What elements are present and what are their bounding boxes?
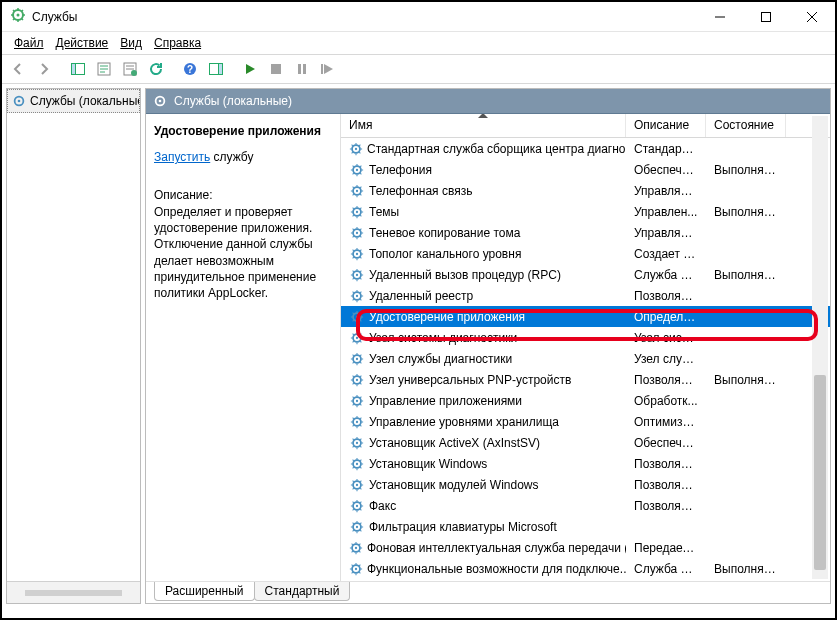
table-row[interactable]: Удаленный реестрПозволяет...	[341, 285, 830, 306]
service-icon	[349, 477, 365, 493]
close-button[interactable]	[789, 2, 835, 32]
pause-service-icon[interactable]	[290, 57, 314, 81]
menu-action[interactable]: Действие	[50, 34, 115, 52]
table-row[interactable]: Функциональные возможности для подключе.…	[341, 558, 830, 579]
svg-point-23	[356, 168, 358, 170]
table-row[interactable]: Узел универсальных PNP-устройствПозволяе…	[341, 369, 830, 390]
svg-point-29	[356, 231, 358, 233]
service-desc: Узел систе...	[626, 331, 706, 345]
maximize-button[interactable]	[743, 2, 789, 32]
service-icon	[349, 204, 365, 220]
svg-point-37	[356, 315, 358, 317]
svg-point-31	[356, 252, 358, 254]
properties-icon[interactable]	[92, 57, 116, 81]
svg-point-49	[356, 441, 358, 443]
service-desc: Обеспечи...	[626, 436, 706, 450]
svg-point-53	[356, 483, 358, 485]
table-row[interactable]: ФаксПозволяет...	[341, 495, 830, 516]
service-desc: Служба ф...	[626, 562, 706, 576]
table-row[interactable]: Установщик модулей WindowsПозволяет...	[341, 474, 830, 495]
table-row[interactable]: Удаленный вызов процедур (RPC)Служба R..…	[341, 264, 830, 285]
table-row[interactable]: ТелефонияОбеспечи...Выполняетс	[341, 159, 830, 180]
service-desc: Позволяет...	[626, 478, 706, 492]
table-row[interactable]: Управление приложениямиОбработк...	[341, 390, 830, 411]
svg-point-55	[356, 504, 358, 506]
start-service-line: Запустить службу	[154, 150, 332, 164]
service-icon	[349, 393, 365, 409]
svg-point-7	[131, 70, 137, 76]
service-name: Телефонная связь	[369, 184, 472, 198]
service-desc: Позволяет...	[626, 373, 706, 387]
column-name[interactable]: Имя	[341, 114, 626, 137]
service-name: Теневое копирование тома	[369, 226, 520, 240]
tab-extended[interactable]: Расширенный	[154, 582, 255, 601]
svg-point-33	[356, 273, 358, 275]
table-row[interactable]: Стандартная служба сборщика центра диагн…	[341, 138, 830, 159]
svg-point-43	[356, 378, 358, 380]
service-state: Выполняетс	[706, 205, 786, 219]
nav-tree: Службы (локальные)	[6, 88, 141, 604]
service-name: Узел службы диагностики	[369, 352, 512, 366]
start-service-icon[interactable]	[238, 57, 262, 81]
service-icon	[349, 351, 365, 367]
tab-standard[interactable]: Стандартный	[254, 582, 351, 601]
refresh-icon[interactable]	[144, 57, 168, 81]
table-row[interactable]: Узел системы диагностикиУзел систе...	[341, 327, 830, 348]
table-row[interactable]: Фоновая интеллектуальная служба передачи…	[341, 537, 830, 558]
service-name: Удаленный вызов процедур (RPC)	[369, 268, 561, 282]
table-row[interactable]: Установщик WindowsПозволяет...	[341, 453, 830, 474]
service-name: Фильтрация клавиатуры Microsoft	[369, 520, 557, 534]
nav-forward-icon[interactable]	[32, 57, 56, 81]
nav-back-icon[interactable]	[6, 57, 30, 81]
service-icon	[349, 561, 363, 577]
restart-service-icon[interactable]	[316, 57, 340, 81]
export-icon[interactable]	[118, 57, 142, 81]
column-description[interactable]: Описание	[626, 114, 706, 137]
service-desc: Управляет...	[626, 184, 706, 198]
service-name: Удаленный реестр	[369, 289, 473, 303]
scrollbar-thumb[interactable]	[814, 375, 826, 569]
menu-view[interactable]: Вид	[114, 34, 148, 52]
stop-service-icon[interactable]	[264, 57, 288, 81]
service-desc: Позволяет...	[626, 499, 706, 513]
service-desc: Обработк...	[626, 394, 706, 408]
column-state[interactable]: Состояние	[706, 114, 786, 137]
table-row[interactable]: Фильтрация клавиатуры Microsoft	[341, 516, 830, 537]
show-hide-action-icon[interactable]	[204, 57, 228, 81]
svg-rect-13	[298, 64, 301, 74]
table-row[interactable]: Теневое копирование томаУправляет...	[341, 222, 830, 243]
menu-help[interactable]: Справка	[148, 34, 207, 52]
service-name: Управление уровнями хранилища	[369, 415, 559, 429]
help-icon[interactable]: ?	[178, 57, 202, 81]
service-name: Управление приложениями	[369, 394, 522, 408]
svg-point-59	[355, 546, 357, 548]
service-desc: Управляет...	[626, 226, 706, 240]
show-hide-tree-icon[interactable]	[66, 57, 90, 81]
table-row[interactable]: Тополог канального уровняСоздает ка...	[341, 243, 830, 264]
svg-point-35	[356, 294, 358, 296]
start-service-link[interactable]: Запустить	[154, 150, 210, 164]
svg-point-51	[356, 462, 358, 464]
tree-item-services[interactable]: Службы (локальные)	[7, 89, 140, 113]
svg-point-27	[356, 210, 358, 212]
services-icon	[10, 7, 26, 26]
tree-resize-handle[interactable]	[7, 581, 140, 603]
table-row[interactable]: Удостоверение приложенияОпределя...	[341, 306, 830, 327]
table-row[interactable]: Установщик ActiveX (AxInstSV)Обеспечи...	[341, 432, 830, 453]
titlebar: Службы	[2, 2, 835, 32]
table-row[interactable]: Телефонная связьУправляет...	[341, 180, 830, 201]
table-row[interactable]: Узел службы диагностикиУзел служ...	[341, 348, 830, 369]
svg-rect-14	[303, 64, 306, 74]
table-row[interactable]: ТемыУправлен...Выполняетс	[341, 201, 830, 222]
svg-point-17	[18, 100, 21, 103]
menu-file[interactable]: Файл	[8, 34, 50, 52]
toolbar: ?	[2, 54, 835, 84]
service-name: Стандартная служба сборщика центра диагн…	[367, 142, 626, 156]
table-row[interactable]: Управление уровнями хранилищаОптимизи...	[341, 411, 830, 432]
service-icon	[349, 288, 365, 304]
vertical-scrollbar[interactable]	[812, 116, 828, 579]
svg-rect-2	[762, 12, 771, 21]
service-name: Функциональные возможности для подключе.…	[367, 562, 626, 576]
minimize-button[interactable]	[697, 2, 743, 32]
service-name: Факс	[369, 499, 396, 513]
